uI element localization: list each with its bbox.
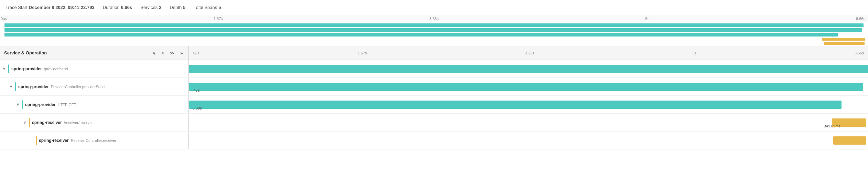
- tl-3: 5s: [693, 51, 697, 55]
- span-bar-2: [189, 83, 863, 91]
- depth-item: Depth 5: [170, 5, 185, 10]
- span-toggle-5: ∨: [30, 138, 34, 143]
- span-service-4: spring-receiver: [32, 120, 62, 125]
- span-color-bar-3: [22, 100, 23, 109]
- total-spans-item: Total Spans 5: [194, 5, 221, 10]
- span-service-3: spring-provider: [25, 102, 56, 107]
- span-duration-3: 6.39s: [193, 106, 202, 110]
- span-operation-2: ProviderController.providerSend: [51, 85, 105, 89]
- span-left-5: ∨ spring-receiver ReceiverController.rec…: [0, 132, 189, 149]
- duration-item: Duration 6.66s: [103, 5, 132, 10]
- table-row: ∨ spring-provider /provider/send: [0, 60, 868, 78]
- header-bar: Trace Start December 8 2022, 09:41:22.79…: [0, 0, 868, 15]
- tl-1: 1.67s: [358, 51, 367, 55]
- services-value: 2: [159, 5, 161, 10]
- tl-4: 6.66s: [855, 51, 864, 55]
- span-color-bar-4: [29, 118, 30, 127]
- overview-bars: [0, 22, 868, 46]
- span-operation-5: ReceiverController.receiver: [71, 138, 117, 143]
- duration-value: 6.66s: [121, 5, 132, 10]
- main-section: Service & Operation ∨ > ≫ » 0μs 1.67s 3.…: [0, 46, 868, 149]
- span-operation-3: HTTP GET: [58, 103, 76, 107]
- table-row: ∨ spring-provider HTTP GET 6.39s: [0, 96, 868, 114]
- span-duration-4: 349.09ms: [824, 124, 840, 128]
- span-operation-1: /provider/send: [44, 67, 68, 71]
- services-label: Services: [140, 5, 158, 10]
- span-left-2: ∨ spring-provider ProviderController.pro…: [0, 78, 189, 95]
- trace-start-value: December 8 2022, 09:41:22.793: [29, 5, 95, 10]
- overview-bar-4: [822, 38, 865, 41]
- services-item: Services 2: [140, 5, 161, 10]
- table-row: ∨ spring-receiver ReceiverController.rec…: [0, 132, 868, 149]
- overview-bar-1: [4, 23, 864, 27]
- table-row: ∨ spring-receiver /receiver/receive 349.…: [0, 114, 868, 132]
- span-color-bar-1: [8, 64, 9, 73]
- span-bar-5: [833, 136, 866, 145]
- overview-bar-2: [4, 28, 862, 32]
- span-left-3: ∨ spring-provider HTTP GET: [0, 96, 189, 113]
- timescale-1: 1.67s: [214, 17, 223, 21]
- overview-timescale: 0μs 1.67s 3.33s 5s 6.66s: [0, 15, 868, 22]
- total-spans-value: 5: [218, 5, 221, 10]
- timescale-3: 5s: [645, 17, 650, 21]
- nav-expand-icon[interactable]: >: [160, 50, 165, 56]
- depth-label: Depth: [170, 5, 182, 10]
- nav-expand-all-icon[interactable]: »: [179, 50, 184, 56]
- span-toggle-1[interactable]: ∨: [3, 66, 7, 71]
- tl-2: 3.33s: [525, 51, 534, 55]
- span-color-bar-2: [15, 82, 16, 91]
- tl-0: 0μs: [193, 51, 199, 55]
- overview-chart: 0μs 1.67s 3.33s 5s 6.66s: [0, 15, 868, 46]
- span-toggle-3[interactable]: ∨: [17, 102, 21, 107]
- overview-bar-5: [824, 42, 865, 45]
- span-operation-4: /receiver/receive: [64, 121, 92, 125]
- timescale-0: 0μs: [1, 17, 7, 21]
- timescale-4: 6.66s: [856, 17, 865, 21]
- span-toggle-2[interactable]: ∨: [10, 84, 14, 89]
- timeline-header: 0μs 1.67s 3.33s 5s 6.66s: [189, 46, 868, 60]
- span-left-4: ∨ spring-receiver /receiver/receive: [0, 114, 189, 131]
- total-spans-label: Total Spans: [194, 5, 217, 10]
- span-rows-container: ∨ spring-provider /provider/send ∨ sprin…: [0, 60, 868, 149]
- trace-start-item: Trace Start December 8 2022, 09:41:22.79…: [6, 5, 95, 10]
- nav-collapse-all-icon[interactable]: ≫: [168, 50, 176, 56]
- span-color-bar-5: [36, 136, 37, 145]
- span-service-2: spring-provider: [18, 84, 49, 89]
- nav-icons: ∨ > ≫ »: [151, 50, 184, 56]
- left-panel-title: Service & Operation: [4, 50, 47, 55]
- table-row: ∨ spring-provider ProviderController.pro…: [0, 78, 868, 96]
- trace-start-label: Trace Start: [6, 5, 28, 10]
- span-left-1: ∨ spring-provider /provider/send: [0, 60, 189, 77]
- nav-collapse-icon[interactable]: ∨: [151, 50, 157, 56]
- span-bar-1: [189, 65, 868, 73]
- span-duration-2: .47s: [193, 88, 200, 92]
- span-service-1: spring-provider: [11, 66, 42, 71]
- main-header-row: Service & Operation ∨ > ≫ » 0μs 1.67s 3.…: [0, 46, 868, 60]
- timescale-2: 3.33s: [430, 17, 439, 21]
- left-panel-header: Service & Operation ∨ > ≫ »: [0, 46, 189, 60]
- span-bar-3: [189, 101, 842, 109]
- span-toggle-4[interactable]: ∨: [23, 120, 28, 125]
- duration-label: Duration: [103, 5, 120, 10]
- depth-value: 5: [183, 5, 185, 10]
- span-service-5: spring-receiver: [39, 138, 69, 143]
- overview-bar-3: [4, 33, 838, 37]
